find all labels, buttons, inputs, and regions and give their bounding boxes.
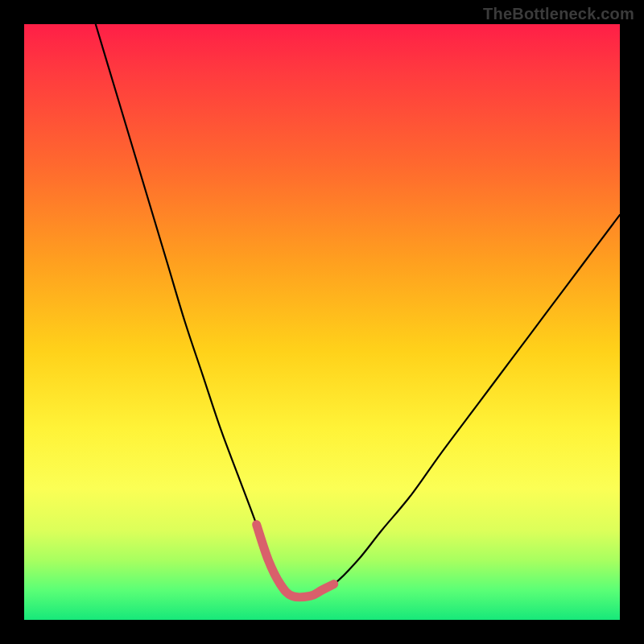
bottleneck-curve-path <box>96 24 620 597</box>
plot-area <box>24 24 620 620</box>
sweet-spot-highlight-path <box>257 525 334 597</box>
curve-svg <box>24 24 620 620</box>
watermark-label: TheBottleneck.com <box>483 5 634 23</box>
chart-frame: TheBottleneck.com <box>0 0 644 644</box>
